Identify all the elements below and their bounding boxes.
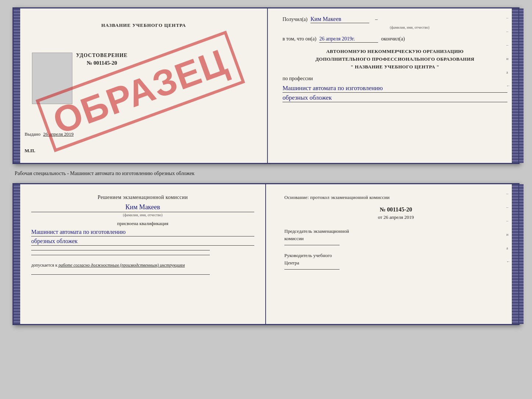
ot-label: от [378,214,382,220]
vydano-date: 26 апреля 2019 [43,131,74,137]
recipient-name: Ким Макеев [310,16,369,23]
dopuskaetsya-block: допускается к работе согласно должностны… [31,262,254,268]
top-right-half: Получил(а) Ким Макеев – (фамилия, имя, о… [268,8,518,163]
profession-line1: Машинист автомата по изготовлению [283,85,507,93]
rukovoditel-line1: Руководитель учебного [284,252,507,259]
cert-number: № 001145-20 [76,60,127,66]
number-value: 001145-20 [387,206,412,213]
v-tom-label: в том, что он(а) [283,36,316,42]
org-line3: " НАЗВАНИЕ УЧЕБНОГО ЦЕНТРА " [283,63,507,71]
poluchil-line: Получил(а) Ким Макеев – [283,16,507,23]
separator-text: Рабочая специальность - Машинист автомат… [7,171,194,177]
fio-sublabel: (фамилия, имя, отчество) [312,25,507,29]
udostoverenie-block: УДОСТОВЕРЕНИЕ № 001145-20 [76,53,127,66]
bottom-right-half: Основание: протокол экзаменационной коми… [266,184,518,324]
number-label: № [380,206,385,213]
bottom-fio-label: (фамилия, имя, отчество) [31,213,254,217]
bottom-fio: Ким Макеев [31,203,254,212]
org-line2: ДОПОЛНИТЕЛЬНОГО ПРОФЕССИОНАЛЬНОГО ОБРАЗО… [283,56,507,63]
blank-line-3 [31,274,210,275]
resheniem-text: Решением экзаменационной комиссии [31,195,254,200]
bottom-right-spine [512,184,518,324]
qual-line1: Машинист автомата по изготовлению [31,229,254,236]
org-line1: АВТОНОМНУЮ НЕКОММЕРЧЕСКУЮ ОРГАНИЗАЦИЮ [283,48,507,56]
right-spine [512,8,518,163]
completion-date: 26 апреля 2019г. [319,36,378,43]
protocol-number: № 001145-20 [284,206,507,213]
photo-placeholder [32,53,72,104]
org-block: АВТОНОМНУЮ НЕКОММЕРЧЕСКУЮ ОРГАНИЗАЦИЮ ДО… [283,48,507,71]
right-dashes: – – – и а ← [506,16,510,88]
predsedatel-block: Председатель экзаменационной комиссии [284,228,507,245]
prisvoena-label: присвоена квалификация [31,221,254,227]
udostoverenie-label: УДОСТОВЕРЕНИЕ [76,53,127,58]
center-spine [519,8,524,163]
bottom-document-pair: Решением экзаменационной комиссии Ким Ма… [12,183,520,325]
mp-label: М.П. [25,148,35,154]
predsedatel-signature-line [284,245,339,245]
blank-line-2 [31,255,210,255]
top-document-pair: НАЗВАНИЕ УЧЕБНОГО ЦЕНТРА УДОСТОВЕРЕНИЕ №… [12,7,520,164]
okonchil-label: окончил(а) [381,36,405,42]
bottom-right-dashes: – – – и а ← [506,192,510,264]
blank-line-1 [31,250,210,250]
protocol-date-value: 26 апреля 2019 [384,214,414,220]
profession-line2: обрезных обложек [283,94,507,102]
po-professii-label: по профессии [283,76,507,82]
top-left-half: НАЗВАНИЕ УЧЕБНОГО ЦЕНТРА УДОСТОВЕРЕНИЕ №… [14,8,268,163]
bottom-center-spine [519,184,524,324]
rukovoditel-block: Руководитель учебного Центра [284,252,507,270]
osnovanie-text: Основание: протокол экзаменационной коми… [284,195,507,200]
cert-title: НАЗВАНИЕ УЧЕБНОГО ЦЕНТРА [31,22,256,28]
vydano-label: Выдано [25,131,40,137]
dopuskaetsya-prefix: допускается к [31,263,57,268]
rukovoditel-signature-line [284,269,339,270]
predsedatel-line1: Председатель экзаменационной [284,228,507,235]
dopuskaetsya-text: работе согласно должностным (производств… [58,263,185,268]
bottom-left-half: Решением экзаменационной комиссии Ким Ма… [14,184,266,324]
rukovoditel-line2: Центра [284,259,507,267]
predsedatel-line2: комиссии [284,235,507,242]
vydano-block: Выдано 26 апреля 2019 [25,131,73,137]
protocol-date: от 26 апреля 2019 [284,214,507,220]
qual-line2: обрезных обложек [31,238,254,246]
v-tom-line: в том, что он(а) 26 апреля 2019г. окончи… [283,36,507,43]
poluchil-label: Получил(а) [283,17,308,22]
